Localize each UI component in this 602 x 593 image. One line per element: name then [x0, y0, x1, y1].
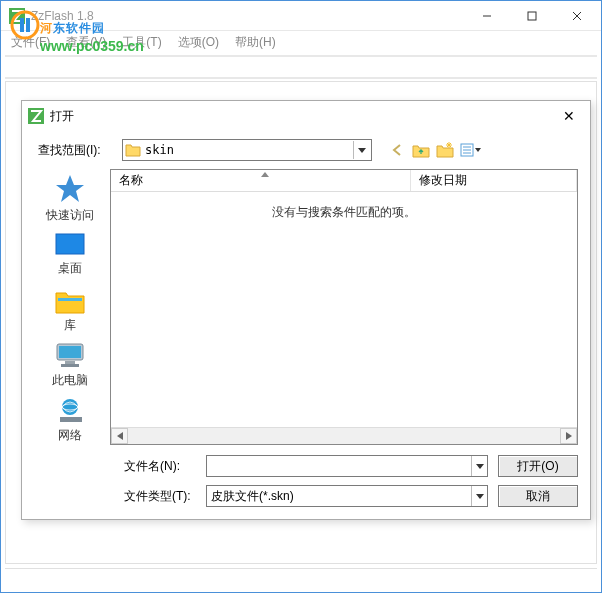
- lookin-value: skin: [145, 143, 353, 157]
- svg-rect-2: [528, 12, 536, 20]
- menu-file[interactable]: 文件(F): [5, 32, 56, 53]
- svg-rect-18: [58, 298, 82, 301]
- dialog-mid: 快速访问 桌面 库 此电脑 网络: [34, 169, 578, 445]
- dialog-titlebar: 打开 ✕: [22, 101, 590, 131]
- places-bar: 快速访问 桌面 库 此电脑 网络: [34, 169, 106, 445]
- dialog-bottom: 文件名(N): 打开(O) 文件类型(T): 皮肤文件(*.skn) 取消: [34, 455, 578, 507]
- filetype-label: 文件类型(T):: [124, 488, 196, 505]
- place-desktop[interactable]: 桌面: [36, 232, 104, 277]
- lookin-combobox[interactable]: skin: [122, 139, 372, 161]
- thispc-icon: [53, 342, 87, 370]
- statusbar: [5, 568, 597, 590]
- dropdown-arrow-icon: [471, 486, 487, 506]
- titlebar: ZzFlash 1.8: [1, 1, 601, 31]
- filetype-combobox[interactable]: 皮肤文件(*.skn): [206, 485, 488, 507]
- new-folder-icon[interactable]: [436, 142, 454, 158]
- close-button[interactable]: [554, 2, 599, 30]
- file-list[interactable]: 名称 修改日期 没有与搜索条件匹配的项。: [110, 169, 578, 445]
- svg-rect-25: [60, 417, 82, 422]
- up-folder-icon[interactable]: [412, 142, 430, 158]
- dropdown-arrow-icon: [353, 141, 369, 159]
- view-menu-icon[interactable]: [460, 142, 482, 158]
- dialog-body: 查找范围(I): skin 快速访问 桌面: [22, 131, 590, 519]
- dialog-close-button[interactable]: ✕: [554, 108, 584, 124]
- place-libraries[interactable]: 库: [36, 285, 104, 334]
- window-controls: [464, 2, 599, 30]
- scroll-track[interactable]: [128, 428, 560, 444]
- svg-rect-17: [56, 234, 84, 254]
- filetype-value: 皮肤文件(*.skn): [207, 488, 471, 505]
- toolbar: [5, 55, 597, 79]
- open-dialog: 打开 ✕ 查找范围(I): skin 快速访问: [21, 100, 591, 520]
- quickaccess-icon: [54, 173, 86, 205]
- place-quickaccess[interactable]: 快速访问: [36, 173, 104, 224]
- maximize-button[interactable]: [509, 2, 554, 30]
- lookin-label: 查找范围(I):: [38, 142, 114, 159]
- libraries-icon: [54, 285, 86, 315]
- network-icon: [54, 397, 86, 425]
- scroll-left-icon[interactable]: [111, 428, 128, 444]
- app-icon: [9, 8, 25, 24]
- desktop-icon: [54, 232, 86, 258]
- svg-point-23: [62, 399, 78, 415]
- place-thispc[interactable]: 此电脑: [36, 342, 104, 389]
- list-header: 名称 修改日期: [111, 170, 577, 192]
- menu-tools[interactable]: 工具(T): [116, 32, 167, 53]
- horizontal-scrollbar[interactable]: [111, 427, 577, 444]
- nav-toolbar: [390, 142, 482, 158]
- column-name[interactable]: 名称: [111, 170, 411, 191]
- place-network[interactable]: 网络: [36, 397, 104, 444]
- svg-rect-20: [59, 346, 81, 358]
- filename-combobox[interactable]: [206, 455, 488, 477]
- back-icon[interactable]: [390, 143, 406, 157]
- minimize-button[interactable]: [464, 2, 509, 30]
- column-date[interactable]: 修改日期: [411, 170, 577, 191]
- svg-rect-22: [61, 364, 79, 367]
- menu-view[interactable]: 查看(V): [60, 32, 112, 53]
- dialog-title: 打开: [50, 108, 554, 125]
- menu-help[interactable]: 帮助(H): [229, 32, 282, 53]
- dropdown-arrow-icon: [471, 456, 487, 476]
- menu-options[interactable]: 选项(O): [172, 32, 225, 53]
- empty-message: 没有与搜索条件匹配的项。: [111, 192, 577, 427]
- lookin-row: 查找范围(I): skin: [34, 139, 578, 161]
- svg-rect-21: [65, 361, 75, 364]
- folder-icon: [125, 143, 141, 157]
- cancel-button[interactable]: 取消: [498, 485, 578, 507]
- sort-asc-icon: [261, 172, 269, 177]
- menubar: 文件(F) 查看(V) 工具(T) 选项(O) 帮助(H): [1, 31, 601, 53]
- scroll-right-icon[interactable]: [560, 428, 577, 444]
- dialog-icon: [28, 108, 44, 124]
- open-button[interactable]: 打开(O): [498, 455, 578, 477]
- filename-label: 文件名(N):: [124, 458, 196, 475]
- window-title: ZzFlash 1.8: [31, 9, 464, 23]
